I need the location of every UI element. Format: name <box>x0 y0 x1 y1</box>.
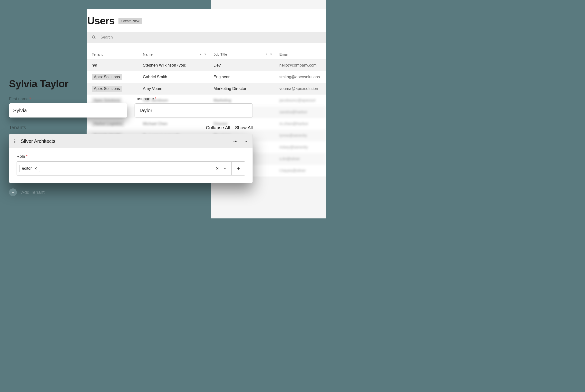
last-name-field-group: Last name* <box>134 96 253 118</box>
first-name-input[interactable] <box>9 103 127 118</box>
column-name[interactable]: Name <box>143 52 153 56</box>
last-name-label: Last name* <box>134 96 253 102</box>
role-chip-remove-icon[interactable]: ✕ <box>34 166 37 171</box>
edit-user-title: Sylvia Taylor <box>9 78 253 90</box>
show-all-button[interactable]: Show All <box>235 125 253 130</box>
user-edit-form: Sylvia Taylor First name* Last name* Ten… <box>9 78 253 196</box>
page-title: Users <box>87 15 114 27</box>
first-name-field-group: First name* <box>9 96 127 118</box>
role-dropdown-icon[interactable]: ▼ <box>221 167 229 170</box>
sort-name-asc-icon[interactable]: ∧ <box>200 53 202 56</box>
add-tenant-icon[interactable]: ＋ <box>9 188 17 196</box>
last-name-input[interactable] <box>134 103 253 118</box>
svg-line-1 <box>94 38 95 39</box>
search-icon <box>92 35 96 40</box>
tenant-card-collapse-icon[interactable]: ▲ <box>244 140 248 143</box>
first-name-label: First name* <box>9 96 127 102</box>
role-add-button[interactable]: ＋ <box>231 162 245 175</box>
tenant-card: Silver Architects ••• ▲ Role* editor ✕ ✕… <box>9 134 253 183</box>
tenants-section-label: Tenants <box>9 125 26 130</box>
role-chip-label: editor <box>22 166 32 171</box>
collapse-all-button[interactable]: Collapse All <box>206 125 230 130</box>
sort-job-desc-icon[interactable]: ∨ <box>270 53 272 56</box>
sort-job-asc-icon[interactable]: ∧ <box>266 53 268 56</box>
role-chip: editor ✕ <box>19 165 40 172</box>
role-field[interactable]: editor ✕ ✕ ▼ ＋ <box>16 162 245 176</box>
drag-handle-icon[interactable] <box>14 140 16 143</box>
column-tenant[interactable]: Tenant <box>92 52 103 56</box>
add-tenant-button[interactable]: Add Tenant <box>21 190 45 195</box>
search-input[interactable] <box>100 35 321 40</box>
column-email[interactable]: Email <box>279 52 289 56</box>
table-row[interactable]: n/aStephen Wilkinson (you)Devhello@compa… <box>87 60 326 71</box>
column-job-title[interactable]: Job Title <box>213 52 227 56</box>
tenant-card-title: Silver Architects <box>21 138 229 144</box>
search-bar[interactable] <box>87 32 326 43</box>
role-label: Role* <box>16 154 245 159</box>
sort-name-desc-icon[interactable]: ∨ <box>204 53 206 56</box>
create-new-button[interactable]: Create New <box>118 18 142 24</box>
svg-point-0 <box>92 36 95 38</box>
table-header: Tenant Name ∧∨ Job Title ∧∨ Email <box>87 49 326 60</box>
tenant-card-more-icon[interactable]: ••• <box>233 139 238 143</box>
role-clear-icon[interactable]: ✕ <box>213 166 221 171</box>
